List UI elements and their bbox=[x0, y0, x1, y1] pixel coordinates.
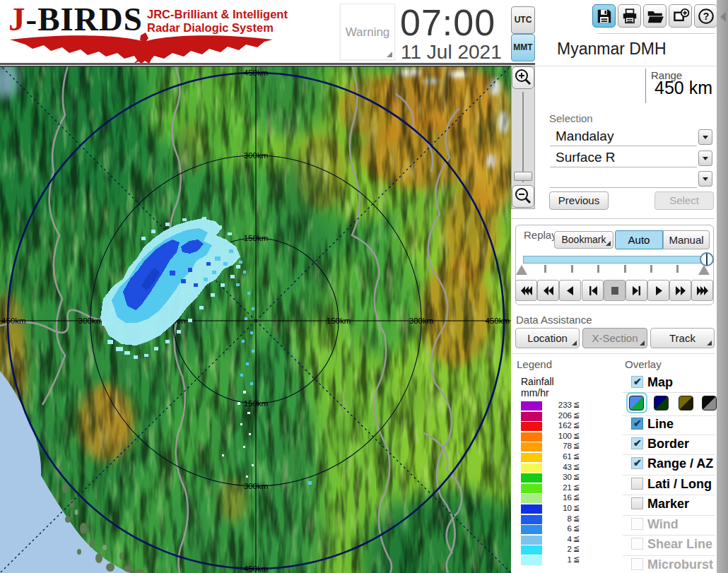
overlay-row-border[interactable]: Border bbox=[625, 437, 727, 454]
right-edge-strip bbox=[717, 0, 728, 573]
print-button[interactable] bbox=[618, 4, 641, 28]
warning-resize-grip[interactable] bbox=[387, 52, 392, 57]
map-style-option-1[interactable] bbox=[629, 396, 644, 410]
bookmark-button[interactable]: Bookmark bbox=[554, 231, 613, 249]
replay-end-marker[interactable] bbox=[698, 265, 710, 275]
zoom-slider-thumb[interactable] bbox=[514, 172, 532, 181]
overlay-divider bbox=[623, 415, 715, 416]
range-value: 450 km bbox=[606, 78, 712, 98]
help-button[interactable]: ? bbox=[694, 4, 717, 28]
legend-leq-sign: ≦ bbox=[573, 483, 580, 492]
svg-text:300km: 300km bbox=[244, 482, 269, 490]
warning-box[interactable]: Warning bbox=[340, 4, 395, 60]
track-button[interactable]: Track bbox=[650, 328, 715, 348]
select-button[interactable]: Select bbox=[654, 191, 714, 210]
map-style-option-3[interactable] bbox=[679, 396, 693, 410]
zoom-out-button[interactable] bbox=[512, 185, 534, 208]
legend-swatch bbox=[521, 515, 542, 524]
step-forward-icon bbox=[630, 285, 643, 296]
toolbar-divider bbox=[597, 33, 715, 34]
stop-icon bbox=[609, 285, 621, 296]
forward-fast-button[interactable] bbox=[669, 280, 691, 301]
collapse-panel-arrow[interactable] bbox=[720, 12, 726, 22]
rewind-fastest-button[interactable] bbox=[515, 280, 537, 301]
option-dropdown-button[interactable] bbox=[698, 171, 712, 187]
step-back-button[interactable] bbox=[582, 280, 604, 301]
play-button[interactable] bbox=[647, 280, 669, 301]
legend-value: 4 bbox=[544, 535, 572, 543]
legend-leq-sign: ≦ bbox=[573, 524, 580, 533]
forward-fastest-button[interactable] bbox=[691, 280, 713, 301]
overlay-row-microburst: Microburst bbox=[625, 557, 727, 573]
location-button[interactable]: Location bbox=[515, 328, 580, 348]
auto-button[interactable]: Auto bbox=[615, 230, 663, 249]
site-dropdown-button[interactable] bbox=[698, 129, 712, 145]
zoom-slider-track[interactable] bbox=[522, 92, 524, 182]
option-dropdown[interactable] bbox=[550, 169, 697, 188]
overlay-row-line[interactable]: Line bbox=[625, 417, 727, 434]
replay-slider-thumb[interactable] bbox=[700, 252, 714, 266]
marker-checkbox[interactable] bbox=[631, 497, 643, 509]
legend-swatch bbox=[521, 432, 542, 442]
map-style-option-2[interactable] bbox=[654, 396, 669, 410]
map-style-option-4[interactable] bbox=[702, 396, 717, 410]
save-button[interactable] bbox=[592, 4, 616, 28]
overlay-row-marker[interactable]: Marker bbox=[625, 497, 727, 514]
svg-text:300km: 300km bbox=[244, 151, 269, 160]
legend-swatch bbox=[521, 473, 542, 483]
rewind-fast-button[interactable] bbox=[537, 280, 559, 301]
lati-long-checkbox[interactable] bbox=[631, 478, 643, 490]
open-folder-button[interactable] bbox=[643, 4, 667, 28]
shear-line-checkbox bbox=[631, 538, 643, 550]
open-folder-icon bbox=[646, 7, 664, 25]
border-checkbox[interactable] bbox=[631, 437, 643, 449]
replay-label: Replay bbox=[524, 229, 557, 241]
product-dropdown[interactable]: Surface R bbox=[550, 148, 697, 167]
svg-text:300km: 300km bbox=[78, 317, 103, 325]
site-dropdown[interactable]: Mandalay bbox=[550, 127, 697, 146]
replay-tick bbox=[597, 265, 599, 273]
map-checkbox[interactable] bbox=[631, 376, 643, 388]
station-name: Myanmar DMH bbox=[557, 40, 667, 59]
export-image-button[interactable] bbox=[669, 4, 692, 28]
utc-button[interactable]: UTC bbox=[511, 6, 535, 34]
svg-text:450km: 450km bbox=[244, 565, 269, 573]
legend-swatch bbox=[521, 442, 542, 451]
stop-button[interactable] bbox=[604, 280, 626, 301]
print-icon bbox=[621, 7, 639, 25]
range-az-checkbox[interactable] bbox=[631, 457, 643, 469]
radar-map[interactable]: 450km 300km 150km 150km 300km 450km 450k… bbox=[0, 66, 511, 573]
xsection-button[interactable]: X-Section bbox=[582, 328, 647, 348]
overlay-row-label: Lati / Long bbox=[647, 477, 712, 492]
legend-swatch bbox=[521, 453, 542, 462]
mmt-button[interactable]: MMT bbox=[511, 34, 535, 61]
replay-tick bbox=[650, 265, 652, 273]
product-dropdown-value: Surface R bbox=[556, 150, 615, 165]
step-forward-button[interactable] bbox=[626, 280, 647, 301]
product-dropdown-button[interactable] bbox=[698, 150, 712, 166]
legend-title-unit: mm/hr bbox=[521, 387, 549, 398]
overlay-row-map[interactable]: Map bbox=[625, 375, 727, 392]
line-checkbox[interactable] bbox=[631, 418, 643, 430]
replay-slider-track[interactable] bbox=[523, 256, 708, 264]
zoom-in-button[interactable] bbox=[512, 66, 534, 89]
overlay-row-range-az[interactable]: Range / AZ bbox=[625, 456, 727, 473]
overlay-divider bbox=[623, 435, 715, 435]
previous-button[interactable]: Previous bbox=[549, 191, 609, 210]
replay-start-marker[interactable] bbox=[516, 265, 527, 275]
play-reverse-button[interactable] bbox=[559, 280, 581, 301]
location-menu-grip bbox=[572, 341, 577, 345]
header: J-BIRDS JRC-Brilliant & Intelligent Rada… bbox=[0, 0, 728, 66]
legend-leq-sign: ≦ bbox=[573, 441, 580, 450]
legend-title-rainfall: Rainfall bbox=[521, 376, 554, 387]
jbirds-app: J-BIRDS JRC-Brilliant & Intelligent Rada… bbox=[0, 0, 728, 573]
xsection-label: X-Section bbox=[592, 332, 638, 344]
svg-text:300km: 300km bbox=[409, 317, 434, 325]
play-reverse-icon bbox=[564, 285, 577, 296]
manual-button[interactable]: Manual bbox=[663, 230, 710, 249]
warning-label: Warning bbox=[341, 25, 394, 40]
overlay-label: Overlay bbox=[625, 358, 662, 370]
svg-text:?: ? bbox=[703, 11, 710, 22]
overlay-row-lati-long[interactable]: Lati / Long bbox=[625, 477, 727, 494]
legend-swatch bbox=[521, 556, 542, 565]
